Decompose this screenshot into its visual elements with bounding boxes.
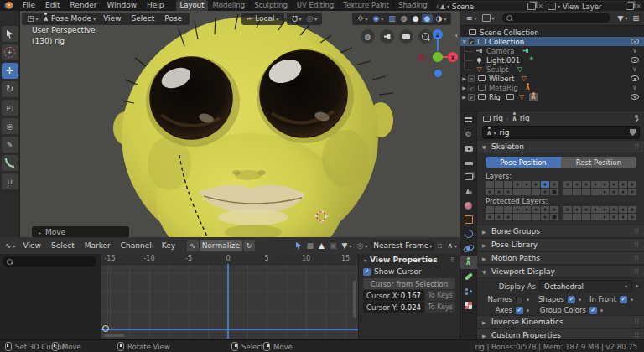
menu-edit[interactable]: Edit xyxy=(40,0,65,11)
graph-grid-region[interactable]: -15 -10 -5 0 5 10 15 xyxy=(101,254,358,339)
proportional-edit-graph[interactable]: ◎▾ xyxy=(354,241,370,250)
custom-properties-panel-header[interactable]: ▶Custom Properties⠿ xyxy=(477,329,644,340)
menu-file[interactable]: File xyxy=(18,0,40,11)
names-checkbox[interactable] xyxy=(516,296,523,303)
tab-texture-paint[interactable]: Texture Paint xyxy=(339,0,394,11)
ghost-curves-button[interactable]: ▣ xyxy=(327,241,340,250)
armature-layers-grid[interactable] xyxy=(477,181,644,195)
rest-position-button[interactable]: Rest Position xyxy=(561,157,636,168)
bone-groups-panel-header[interactable]: ▶Bone Groups⠿ xyxy=(477,225,644,238)
graph-menu-channel[interactable]: Channel xyxy=(116,241,157,250)
display-as-dropdown[interactable]: Octahedral ▾ xyxy=(539,280,632,292)
tab-modeling[interactable]: Modeling xyxy=(208,0,250,11)
animate-dot[interactable] xyxy=(631,298,633,301)
protected-layers-grid[interactable] xyxy=(477,206,644,220)
camera-view-button[interactable] xyxy=(380,29,394,44)
tab-output[interactable] xyxy=(461,156,476,169)
outliner-row-scene-collection[interactable]: Scene Collection xyxy=(460,28,644,37)
tab-object[interactable] xyxy=(461,213,476,226)
visibility-eye-icon[interactable] xyxy=(630,93,640,101)
visibility-eye-icon[interactable] xyxy=(630,75,640,83)
axes-checkbox[interactable]: ✓ xyxy=(516,307,523,314)
outliner-row-rig[interactable]: ▶ ✓ Rig xyxy=(460,92,644,101)
operator-panel[interactable]: ▸Move xyxy=(32,226,129,237)
expand-icon[interactable]: ▶ xyxy=(460,94,468,100)
gizmos-button[interactable]: ⟐▾ xyxy=(355,14,370,23)
pan-view-button[interactable] xyxy=(399,29,413,44)
menu-window[interactable]: Window xyxy=(102,0,143,11)
outliner-row-wilbert[interactable]: ▶ ✓ Wilbert xyxy=(460,74,644,83)
navigation-gizmo[interactable]: Z X xyxy=(413,29,460,85)
toggle-perspective-button[interactable]: ◍ xyxy=(361,29,375,44)
snapping-button[interactable]: Ω▾ xyxy=(289,14,304,23)
pin-icon[interactable] xyxy=(633,115,640,122)
tab-tool[interactable] xyxy=(461,127,476,141)
normalize-icon-button[interactable]: ∿ xyxy=(187,240,199,251)
filter-button[interactable]: ▼▾ xyxy=(339,241,354,250)
group-colors-checkbox[interactable]: ✓ xyxy=(589,307,597,314)
viewport-menu-pose[interactable]: Pose xyxy=(159,14,187,23)
gizmo-y-axis[interactable] xyxy=(433,52,443,62)
outliner-search-input[interactable] xyxy=(502,13,610,23)
proportional-editing-button[interactable]: ◎▾ xyxy=(304,14,319,23)
visibility-eye-icon[interactable] xyxy=(630,56,640,65)
tab-object-data[interactable] xyxy=(460,256,477,269)
cursor-2d-marker[interactable] xyxy=(102,325,109,332)
collection-checkbox[interactable]: ✓ xyxy=(468,75,475,82)
cursor-y-field[interactable]: Cursor Y: -0.024 xyxy=(363,302,424,313)
visibility-eye-icon[interactable] xyxy=(630,47,640,55)
tab-sculpting[interactable]: Sculpting xyxy=(250,0,293,11)
tool-select-box[interactable] xyxy=(2,26,18,42)
animate-dot[interactable] xyxy=(636,285,638,287)
graph-menu-marker[interactable]: Marker xyxy=(80,241,116,250)
viewport-menu-select[interactable]: Select xyxy=(127,14,160,23)
cursor-x-field[interactable]: Cursor X: 0.167 xyxy=(363,290,424,301)
outliner-sync-icon[interactable]: ▾ xyxy=(480,14,497,22)
tool-transform[interactable]: ◎ xyxy=(2,118,18,134)
cursor-x-to-keys-button[interactable]: To Keys xyxy=(425,290,455,301)
graph-vertical-scrollbar[interactable] xyxy=(353,281,356,318)
mode-selector[interactable]: ∧ Pose Mode▾ xyxy=(41,14,99,23)
only-errors-toggle[interactable]: ▲ xyxy=(316,241,327,250)
outliner-row-sculpt[interactable]: Sculpt xyxy=(460,65,644,74)
panel-drag-dots[interactable]: ⠿ xyxy=(450,256,456,264)
tab-render[interactable] xyxy=(461,142,476,155)
view-properties-panel-header[interactable]: ▾ View Properties ⠿ xyxy=(359,254,460,266)
tool-move[interactable]: ✛ xyxy=(2,63,18,79)
graph-menu-view[interactable]: View xyxy=(18,241,46,250)
channel-region[interactable] xyxy=(0,254,101,339)
animate-dot[interactable] xyxy=(600,309,603,312)
tab-texture[interactable] xyxy=(461,298,476,312)
tab-uv-editing[interactable]: UV Editing xyxy=(293,0,339,11)
graph-menu-select[interactable]: Select xyxy=(46,241,80,250)
collection-checkbox[interactable]: ✓ xyxy=(468,85,475,91)
gizmo-z-axis[interactable]: Z xyxy=(433,29,443,39)
remove-view-layer-icon[interactable]: × xyxy=(634,3,643,10)
visibility-eye-icon[interactable] xyxy=(630,84,640,92)
motion-paths-panel-header[interactable]: ▶Motion Paths⠿ xyxy=(477,251,644,265)
show-cursor-checkbox[interactable]: ✓ xyxy=(363,268,371,276)
tab-scene[interactable] xyxy=(461,184,476,198)
graph-editor-type-button[interactable]: ∿▾ xyxy=(3,241,18,250)
cursor-y-to-keys-button[interactable]: To Keys xyxy=(425,302,455,313)
auto-normalize-refresh-button[interactable]: ↻ xyxy=(243,240,255,251)
shapes-checkbox[interactable]: ✓ xyxy=(568,296,575,303)
keyframe-interpolation-button[interactable]: ∧▾ xyxy=(444,241,460,250)
blender-logo-icon[interactable] xyxy=(4,2,13,9)
tab-constraints[interactable] xyxy=(461,227,476,241)
graph-horizontal-scrollbar[interactable] xyxy=(103,334,125,337)
outliner-row-camera[interactable]: Camera xyxy=(460,46,644,55)
inverse-kinematics-panel-header[interactable]: ▶Inverse Kinematics⠿ xyxy=(477,315,644,329)
viewport-display-panel-header[interactable]: ▼Viewport Display⠿ xyxy=(477,265,644,278)
outliner-row-collection[interactable]: ▼ ✓ Collection xyxy=(460,37,644,46)
shading-solid[interactable]: ● xyxy=(410,14,422,23)
box-select-mode[interactable]: ▦ xyxy=(304,241,317,250)
in-front-checkbox[interactable]: ✓ xyxy=(620,296,627,303)
new-collection-button[interactable]: ⊞ xyxy=(630,14,641,23)
graph-ruler[interactable]: -15 -10 -5 0 5 10 15 xyxy=(101,254,358,265)
shading-material[interactable]: ● xyxy=(422,14,434,23)
skeleton-panel-header[interactable]: ▼Skeleton⠿ xyxy=(477,140,644,153)
graph-menu-key[interactable]: Key xyxy=(157,241,180,250)
gizmo-x-neg-axis[interactable] xyxy=(418,54,425,61)
tab-layout[interactable]: Layout xyxy=(176,0,209,11)
